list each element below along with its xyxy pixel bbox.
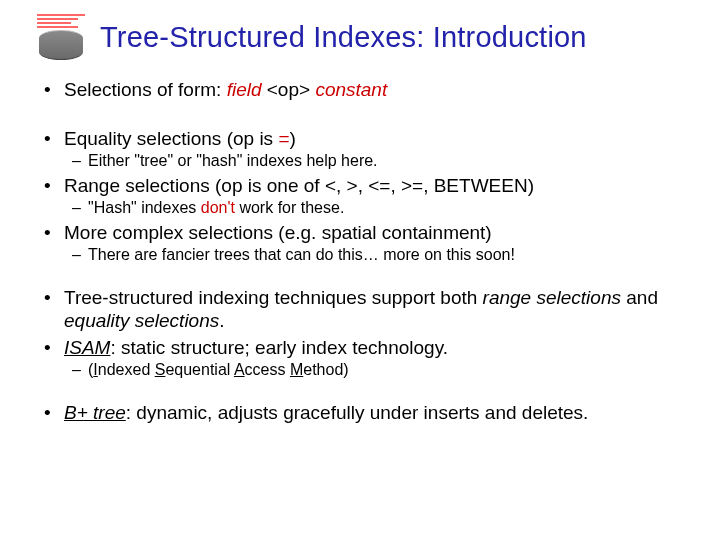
text: : dynamic, adjusts gracefully under inse… bbox=[126, 402, 589, 423]
text: S bbox=[155, 361, 166, 378]
spacer bbox=[34, 382, 686, 398]
sub-isam-expand: (Indexed Sequential Access Method) bbox=[64, 360, 686, 380]
bullet-tree-support: Tree-structured indexing techniques supp… bbox=[34, 286, 686, 332]
text-field: field bbox=[227, 79, 262, 100]
text: Range selections (op is one of <, >, <=,… bbox=[64, 175, 534, 196]
text: "Hash" indexes bbox=[88, 199, 201, 216]
bullet-equality: Equality selections (op is =) Either "tr… bbox=[34, 127, 686, 171]
text-constant: constant bbox=[315, 79, 387, 100]
bullet-list: Selections of form: field <op> constant … bbox=[28, 78, 692, 424]
text: ccess bbox=[245, 361, 290, 378]
sub-tree-hash: Either "tree" or "hash" indexes help her… bbox=[64, 151, 686, 171]
text-range-sel: range selections bbox=[483, 287, 621, 308]
text: <op> bbox=[261, 79, 315, 100]
bullet-complex: More complex selections (e.g. spatial co… bbox=[34, 221, 686, 265]
header: Tree-Structured Indexes: Introduction bbox=[28, 14, 692, 60]
bullet-bplus: B+ tree: dynamic, adjusts gracefully und… bbox=[34, 401, 686, 424]
sub-hash-dont: "Hash" indexes don't work for these. bbox=[64, 198, 686, 218]
text: M bbox=[290, 361, 303, 378]
page-title: Tree-Structured Indexes: Introduction bbox=[100, 21, 692, 54]
logo-icon bbox=[28, 14, 94, 60]
spacer bbox=[34, 267, 686, 283]
text: . bbox=[219, 310, 224, 331]
text: Selections of form: bbox=[64, 79, 227, 100]
text: : static structure; early index technolo… bbox=[110, 337, 448, 358]
text: Equality selections (op is bbox=[64, 128, 278, 149]
text: Tree-structured indexing techniques supp… bbox=[64, 287, 483, 308]
text: A bbox=[234, 361, 245, 378]
text-bplus: B+ tree bbox=[64, 402, 126, 423]
text-dont: don't bbox=[201, 199, 235, 216]
text-isam: ISAM bbox=[64, 337, 110, 358]
sub-fancier: There are fancier trees that can do this… bbox=[64, 245, 686, 265]
text: ) bbox=[290, 128, 296, 149]
bullet-isam: ISAM: static structure; early index tech… bbox=[34, 336, 686, 380]
text: equential bbox=[165, 361, 234, 378]
text: and bbox=[621, 287, 658, 308]
text: More complex selections (e.g. spatial co… bbox=[64, 222, 492, 243]
text-eq-sel: equality selections bbox=[64, 310, 219, 331]
slide: Tree-Structured Indexes: Introduction Se… bbox=[0, 0, 720, 540]
spacer bbox=[34, 104, 686, 124]
text: ethod) bbox=[303, 361, 348, 378]
bullet-selections-form: Selections of form: field <op> constant bbox=[34, 78, 686, 101]
text: work for these. bbox=[235, 199, 344, 216]
text-eq: = bbox=[278, 128, 289, 149]
bullet-range: Range selections (op is one of <, >, <=,… bbox=[34, 174, 686, 218]
text: ndexed bbox=[98, 361, 155, 378]
